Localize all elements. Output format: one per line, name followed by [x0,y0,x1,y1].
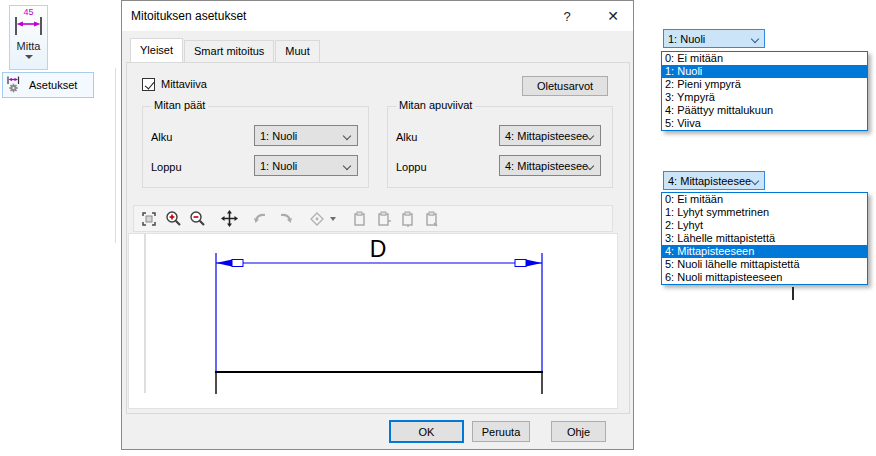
combo-value: 4: Mittapisteesee [505,130,588,142]
dimension-settings-icon [6,75,24,96]
dialog-title: Mitoituksen asetukset [131,9,246,23]
settings-dialog: Mitoituksen asetukset ? ✕ Yleiset Smart … [121,0,634,450]
apuviivat-loppu-combobox[interactable]: 4: Mittapisteesee [499,155,601,176]
list-item-selected[interactable]: 4: Mittapisteeseen [662,245,867,258]
asetukset-label: Asetukset [29,79,77,91]
list-item[interactable]: 5: Nuoli lähelle mittapistettä [662,258,867,271]
list-item[interactable]: 5: Viiva [662,117,867,130]
zoom-in-icon[interactable] [161,207,185,231]
mitan-paat-loppu-combobox[interactable]: 1: Nuoli [254,155,358,176]
combo-value: 1: Nuoli [260,160,297,172]
mittaviiva-checkbox[interactable] [142,78,155,91]
list-item[interactable]: 3: Ympyrä [662,91,867,104]
tab-muut[interactable]: Muut [275,40,319,62]
apuviivat-alku-combobox[interactable]: 4: Mittapisteesee [499,125,601,146]
arrow-style-combobox[interactable]: 1: Nuoli [663,29,765,48]
close-icon[interactable]: ✕ [600,4,626,28]
point-snap-icon [305,207,329,231]
list-item[interactable]: 0: Ei mitään [662,193,867,206]
gear-icon [9,83,18,92]
group-title: Mitan päät [151,99,208,111]
combo-value: 1: Nuoli [260,130,297,142]
loppu-label: Loppu [151,161,182,173]
list-item[interactable]: 4: Päättyy mittalukuun [662,104,867,117]
chevron-down-icon [343,162,351,170]
screen: 45 Mitta [0,0,876,456]
dimension-text: D [370,236,387,262]
ohje-button[interactable]: Ohje [551,421,606,442]
tab-page-yleiset: Mittaviiva Oletusarvot Mitan päät Mitan … [126,62,630,414]
background-drawing-fragment [792,287,794,300]
arrow-style-listbox: 0: Ei mitään 1: Nuoli 2: Pieni ympyrä 3:… [661,51,868,131]
paste-icon-2 [372,207,396,231]
ribbon-mitta-button[interactable]: 45 Mitta [9,5,48,70]
extension-style-listbox: 0: Ei mitään 1: Lyhyt symmetrinen 2: Lyh… [661,192,868,285]
dialog-titlebar[interactable]: Mitoituksen asetukset ? ✕ [122,1,633,31]
dimension-lines [216,253,542,372]
list-item[interactable]: 3: Lähelle mittapistettä [662,232,867,245]
measured-object-lines [215,372,543,394]
chevron-down-icon [751,177,759,185]
preview-canvas: D [128,233,618,409]
group-title: Mitan apuviivat [396,99,475,111]
asetukset-button[interactable]: Asetukset [2,72,94,98]
preview-toolbar [133,205,613,232]
alku-label: Alku [396,131,417,143]
dropdown-arrow-icon[interactable] [330,217,336,221]
svg-text:45: 45 [23,7,33,17]
ok-button[interactable]: OK [389,420,464,443]
pan-icon[interactable] [217,207,241,231]
tab-yleiset[interactable]: Yleiset [130,38,183,62]
list-item[interactable]: 0: Ei mitään [662,52,867,65]
peruuta-button[interactable]: Peruuta [472,421,530,442]
arrow-box-left [232,260,243,267]
list-item[interactable]: 6: Nuoli mittapisteeseen [662,271,867,284]
list-item[interactable]: 1: Lyhyt symmetrinen [662,206,867,219]
loppu-label: Loppu [396,161,427,173]
oletusarvot-button[interactable]: Oletusarvot [522,76,608,96]
paste-icon-4 [420,207,444,231]
list-item[interactable]: 2: Lyhyt [662,219,867,232]
chevron-down-icon [343,132,351,140]
ribbon-mitta-label: Mitta [17,40,41,52]
alku-label: Alku [151,131,172,143]
zoom-out-icon[interactable] [185,207,209,231]
arrow-box-right [515,260,526,267]
dimension-icon: 45 [11,6,46,39]
help-button[interactable]: ? [554,4,580,28]
tab-smart-mitoitus[interactable]: Smart mitoitus [184,40,274,62]
mitan-paat-alku-combobox[interactable]: 1: Nuoli [254,125,358,146]
rotate-right-icon [273,207,297,231]
paste-icon-1 [348,207,372,231]
rotate-left-icon [249,207,273,231]
combo-value: 4: Mittapisteesee [668,175,751,187]
arrowhead-right [526,260,542,267]
combo-value: 1: Nuoli [668,33,705,45]
list-item-selected[interactable]: 1: Nuoli [662,65,867,78]
chevron-down-icon[interactable] [25,55,33,59]
list-item[interactable]: 2: Pieni ympyrä [662,78,867,91]
tabstrip: Yleiset Smart mitoitus Muut [130,40,321,62]
extension-style-combobox[interactable]: 4: Mittapisteesee [663,171,765,190]
ribbon-separator [115,68,116,243]
arrowhead-left [216,260,232,267]
mittaviiva-label: Mittaviiva [161,78,207,90]
combo-value: 4: Mittapisteesee [505,160,588,172]
fit-view-icon[interactable] [137,207,161,231]
chevron-down-icon [751,35,759,43]
paste-icon-3 [396,207,420,231]
